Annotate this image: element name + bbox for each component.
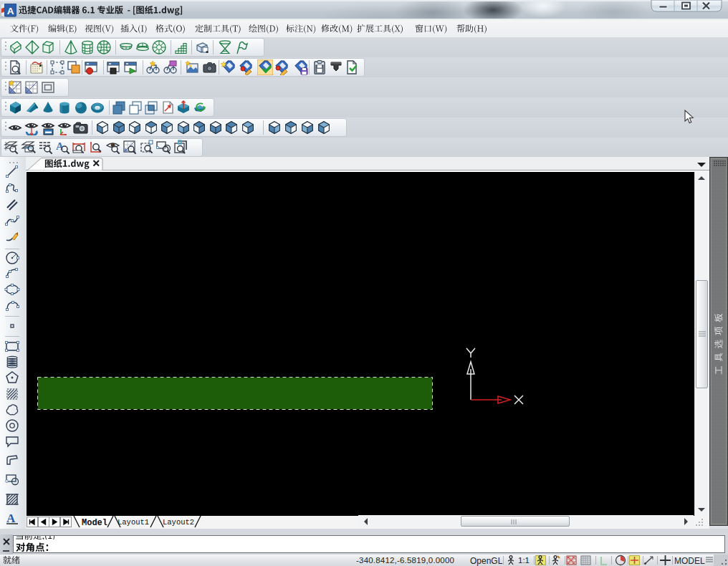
svg-text:Model: Model [82, 518, 107, 528]
svg-text:Layout1: Layout1 [118, 518, 149, 527]
svg-text:A: A [6, 512, 16, 525]
svg-text:Layout2: Layout2 [163, 518, 194, 527]
svg-text:A: A [7, 6, 14, 16]
